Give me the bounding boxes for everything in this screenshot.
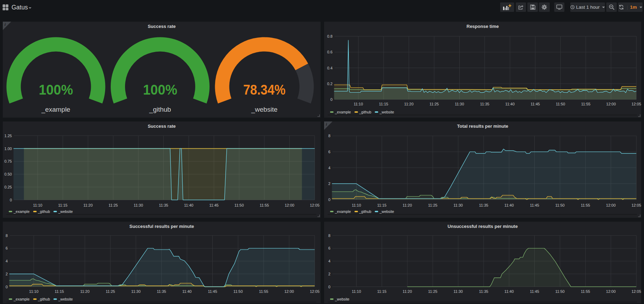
svg-text:11:50: 11:50 (556, 102, 565, 106)
svg-text:11:45: 11:45 (530, 289, 539, 294)
svg-text:0.8: 0.8 (327, 34, 332, 38)
svg-text:11:15: 11:15 (54, 289, 64, 294)
svg-text:0: 0 (328, 285, 330, 289)
svg-text:11:15: 11:15 (377, 289, 387, 294)
svg-text:1.25: 1.25 (5, 134, 12, 138)
svg-text:4: 4 (328, 166, 330, 170)
svg-text:11:40: 11:40 (504, 203, 514, 207)
svg-text:11:45: 11:45 (530, 203, 539, 207)
svg-text:11:10: 11:10 (352, 203, 361, 207)
svg-text:11:55: 11:55 (581, 289, 590, 294)
svg-text:0.25: 0.25 (5, 185, 12, 189)
svg-text:12:00: 12:00 (284, 289, 294, 294)
svg-text:11:20: 11:20 (403, 289, 412, 294)
svg-text:11:15: 11:15 (377, 203, 387, 207)
svg-text:6: 6 (328, 150, 330, 154)
svg-text:11:30: 11:30 (131, 289, 141, 294)
svg-text:11:40: 11:40 (182, 289, 192, 294)
svg-text:11:50: 11:50 (233, 289, 243, 294)
svg-text:2: 2 (328, 272, 330, 276)
svg-text:100%: 100% (39, 82, 73, 97)
svg-text:11:20: 11:20 (83, 203, 93, 207)
svg-text:11:20: 11:20 (403, 203, 412, 207)
svg-text:11:35: 11:35 (479, 289, 488, 294)
svg-text:11:45: 11:45 (209, 203, 219, 207)
svg-text:_website: _website (251, 106, 278, 113)
svg-text:_example: _example (41, 106, 70, 113)
svg-text:0: 0 (330, 97, 332, 102)
svg-text:11:35: 11:35 (159, 203, 168, 207)
svg-text:11:55: 11:55 (259, 203, 269, 207)
svg-text:8: 8 (328, 233, 330, 238)
svg-text:11:50: 11:50 (234, 203, 244, 207)
svg-text:0.75: 0.75 (5, 159, 12, 163)
svg-text:11:15: 11:15 (379, 102, 388, 106)
svg-text:11:55: 11:55 (259, 289, 268, 294)
svg-text:12:00: 12:00 (606, 289, 616, 294)
svg-text:11:30: 11:30 (454, 203, 463, 207)
svg-text:0.2: 0.2 (327, 82, 332, 86)
svg-text:11:10: 11:10 (33, 203, 42, 207)
svg-text:11:30: 11:30 (134, 203, 143, 207)
svg-text:12:05: 12:05 (631, 102, 641, 106)
svg-text:2: 2 (328, 181, 330, 186)
svg-text:0: 0 (328, 198, 330, 202)
svg-text:0: 0 (6, 285, 8, 289)
svg-text:11:25: 11:25 (428, 289, 438, 294)
svg-text:11:50: 11:50 (555, 203, 565, 207)
svg-text:_github: _github (149, 106, 171, 113)
svg-text:0.50: 0.50 (5, 172, 12, 176)
svg-text:1.00: 1.00 (5, 147, 12, 151)
svg-text:11:25: 11:25 (109, 203, 118, 207)
svg-text:0.6: 0.6 (327, 50, 332, 54)
svg-text:12:05: 12:05 (631, 289, 641, 294)
svg-text:11:55: 11:55 (581, 102, 591, 106)
svg-text:11:25: 11:25 (430, 102, 439, 106)
svg-text:11:25: 11:25 (428, 203, 438, 207)
svg-text:12:00: 12:00 (285, 203, 294, 207)
svg-text:0: 0 (10, 198, 12, 202)
svg-text:6: 6 (328, 246, 330, 250)
svg-text:11:20: 11:20 (404, 102, 414, 106)
svg-text:11:45: 11:45 (208, 289, 217, 294)
svg-text:11:30: 11:30 (454, 289, 463, 294)
svg-text:11:10: 11:10 (352, 289, 361, 294)
svg-text:11:10: 11:10 (29, 289, 38, 294)
svg-text:12:00: 12:00 (606, 203, 616, 207)
svg-text:6: 6 (6, 246, 8, 250)
svg-text:11:25: 11:25 (106, 289, 115, 294)
svg-text:2: 2 (6, 272, 8, 276)
svg-text:11:10: 11:10 (354, 102, 363, 106)
svg-text:11:35: 11:35 (479, 203, 488, 207)
svg-text:12:00: 12:00 (606, 102, 616, 106)
svg-text:11:30: 11:30 (455, 102, 464, 106)
svg-text:11:40: 11:40 (505, 102, 515, 106)
svg-text:12:05: 12:05 (631, 203, 641, 207)
svg-text:100%: 100% (143, 82, 177, 97)
svg-text:11:40: 11:40 (504, 289, 514, 294)
svg-text:11:40: 11:40 (184, 203, 193, 207)
svg-text:8: 8 (328, 134, 330, 138)
svg-text:12:05: 12:05 (310, 289, 320, 294)
svg-text:11:35: 11:35 (157, 289, 166, 294)
svg-text:0.4: 0.4 (327, 66, 332, 70)
svg-text:11:50: 11:50 (555, 289, 565, 294)
svg-text:11:55: 11:55 (581, 203, 590, 207)
svg-text:4: 4 (328, 259, 330, 263)
svg-text:8: 8 (6, 233, 8, 238)
svg-text:11:15: 11:15 (58, 203, 68, 207)
svg-text:4: 4 (6, 259, 8, 263)
svg-text:78.34%: 78.34% (243, 82, 286, 97)
svg-text:11:45: 11:45 (530, 102, 540, 106)
svg-text:11:20: 11:20 (80, 289, 90, 294)
svg-text:12:05: 12:05 (310, 203, 320, 207)
svg-text:11:35: 11:35 (480, 102, 489, 106)
